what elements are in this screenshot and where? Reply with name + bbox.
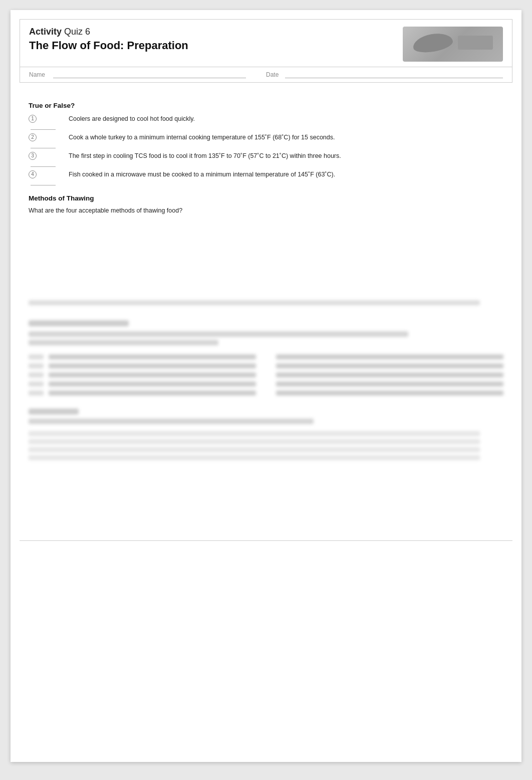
quiz-title: The Flow of Food: Preparation: [29, 39, 403, 52]
blurred-num: [29, 381, 44, 386]
page-bottom-border: [20, 540, 512, 541]
page: Activity Quiz 6 The Flow of Food: Prepar…: [11, 10, 521, 762]
item-text-2: Cook a whole turkey to a minimum interna…: [69, 133, 503, 142]
blurred-answer-line-4: [29, 455, 480, 460]
blurred-item: [29, 391, 256, 396]
date-label: Date: [266, 71, 281, 78]
true-false-title: True or False?: [29, 102, 503, 109]
blurred-item: [29, 354, 256, 359]
blurred-short-section: [29, 409, 503, 424]
blank-1[interactable]: [31, 129, 56, 130]
blurred-section: [11, 300, 521, 460]
blurred-short-q: [29, 419, 314, 424]
date-underline[interactable]: [285, 71, 503, 78]
name-label: Name: [29, 71, 49, 78]
blurred-text: [49, 372, 256, 377]
item-text-1: Coolers are designed to cool hot food qu…: [69, 114, 503, 124]
main-content: True or False? 1 Coolers are designed to…: [11, 83, 521, 290]
name-underline[interactable]: [53, 71, 246, 78]
blurred-item: [29, 372, 256, 377]
name-field: Name: [29, 71, 266, 78]
header-title-line1: Activity Quiz 6: [29, 27, 403, 37]
blurred-item: [276, 363, 503, 368]
blurred-answer-line: [29, 300, 480, 305]
blurred-item: [276, 381, 503, 386]
blurred-text: [276, 381, 503, 386]
blurred-subtitle-2: [29, 340, 218, 345]
blurred-text: [276, 354, 503, 359]
true-false-section: True or False? 1 Coolers are designed to…: [29, 102, 503, 185]
item-number-4: 4: [29, 170, 69, 185]
header-box: Activity Quiz 6 The Flow of Food: Prepar…: [20, 19, 512, 67]
blurred-text: [49, 381, 256, 386]
blurred-answer-line-1: [29, 431, 480, 436]
name-date-row: Name Date: [20, 67, 512, 83]
circle-3: 3: [29, 152, 37, 160]
list-item: 2 Cook a whole turkey to a minimum inter…: [29, 133, 503, 148]
blurred-section-title-1: [29, 320, 129, 326]
blank-3[interactable]: [31, 166, 56, 167]
item-number-3: 3: [29, 151, 69, 167]
header-text: Activity Quiz 6 The Flow of Food: Prepar…: [29, 27, 403, 52]
blurred-text: [49, 354, 256, 359]
blurred-short-title: [29, 409, 79, 415]
blurred-item: [29, 381, 256, 386]
blurred-two-cols: [29, 354, 503, 400]
list-item: 1 Coolers are designed to cool hot food …: [29, 114, 503, 130]
circle-4: 4: [29, 170, 37, 178]
header-image-inner: [403, 27, 503, 62]
list-item: 3 The first step in cooling TCS food is …: [29, 151, 503, 167]
blurred-num: [29, 372, 44, 377]
blank-4[interactable]: [31, 185, 56, 185]
quiz-number: Quiz 6: [64, 27, 90, 37]
blurred-subtitle-1: [29, 331, 408, 337]
blurred-item: [276, 372, 503, 377]
circle-2: 2: [29, 133, 37, 141]
methods-title: Methods of Thawing: [29, 194, 503, 202]
blurred-num: [29, 354, 44, 359]
methods-section: Methods of Thawing What are the four acc…: [29, 194, 503, 280]
header-decoration-2: [458, 36, 493, 50]
blurred-item: [29, 363, 256, 368]
blurred-text: [276, 372, 503, 377]
blurred-answer-line-2: [29, 439, 480, 444]
date-field: Date: [266, 71, 503, 78]
blurred-num: [29, 363, 44, 368]
true-false-list: 1 Coolers are designed to cool hot food …: [29, 114, 503, 185]
methods-question: What are the four acceptable methods of …: [29, 207, 503, 214]
header-image: [403, 27, 503, 62]
item-number-1: 1: [29, 114, 69, 130]
blurred-text: [49, 391, 256, 396]
blurred-text: [276, 363, 503, 368]
blurred-item: [276, 391, 503, 396]
circle-1: 1: [29, 115, 37, 123]
blurred-item: [276, 354, 503, 359]
blank-2[interactable]: [31, 148, 56, 148]
blurred-num: [29, 391, 44, 396]
blurred-answer-line-3: [29, 447, 480, 452]
item-number-2: 2: [29, 133, 69, 148]
header-decoration-1: [412, 31, 454, 55]
activity-label: Activity: [29, 27, 62, 37]
blurred-col-right: [276, 354, 503, 400]
blurred-text: [49, 363, 256, 368]
answer-area[interactable]: [29, 220, 503, 280]
blurred-text: [276, 391, 503, 396]
blurred-col-left: [29, 354, 256, 400]
item-text-4: Fish cooked in a microwave must be cooke…: [69, 170, 503, 179]
list-item: 4 Fish cooked in a microwave must be coo…: [29, 170, 503, 185]
item-text-3: The first step in cooling TCS food is to…: [69, 151, 503, 161]
